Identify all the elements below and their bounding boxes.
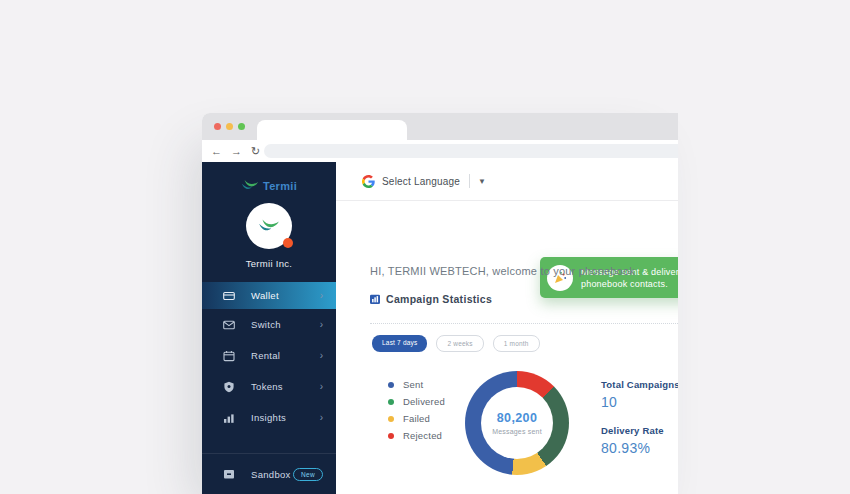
bar-chart-icon (370, 294, 380, 304)
reload-icon[interactable]: ↻ (251, 145, 260, 158)
sidebar-item-label: Insights (251, 412, 320, 423)
maximize-window-button[interactable] (238, 123, 245, 130)
envelope-icon (223, 319, 235, 331)
success-toast: Message sent & delivered to Pepsi phoneb… (540, 257, 678, 298)
sidebar-item-switch[interactable]: Switch › (202, 309, 336, 340)
panel-title: Campaign Statistics (386, 293, 492, 305)
legend-dot (388, 399, 394, 405)
donut-center: 80,200 Messages sent (481, 387, 553, 459)
legend-item: Sent (388, 376, 445, 393)
chart-legend: Sent Delivered Failed Rejected (388, 376, 445, 444)
address-bar[interactable] (264, 144, 678, 158)
sidebar: Termii Termii Inc. Wa (202, 162, 336, 494)
campaign-statistics-panel: Campaign Statistics Last 7 days 2 weeks … (370, 293, 678, 493)
google-icon (362, 175, 375, 188)
brand-name: Termii (263, 180, 297, 192)
sidebar-item-label: Tokens (251, 381, 320, 392)
traffic-lights (214, 123, 245, 130)
sidebar-menu: Wallet › Switch › (202, 282, 336, 433)
dotted-divider (370, 323, 678, 324)
legend-dot (388, 416, 394, 422)
avatar-logo-icon (258, 218, 280, 234)
sidebar-item-label: Switch (251, 319, 320, 330)
chevron-right-icon: › (320, 319, 323, 330)
select-language-dropdown[interactable]: Select Language (382, 176, 460, 187)
browser-tabstrip (202, 113, 678, 140)
notification-dot (283, 238, 293, 248)
campaign-stats: Total Campaigns Ran 10 Delivery Rate 80.… (601, 379, 678, 456)
greeting-text: HI, TERMII WEBTECH, welcome to your phon… (370, 265, 635, 277)
browser-window: ← → ↻ Termii (202, 113, 678, 494)
legend-dot (388, 382, 394, 388)
wallet-icon (223, 290, 235, 302)
sidebar-item-tokens[interactable]: Tokens › (202, 371, 336, 402)
top-navbar: Select Language ▼ (336, 162, 678, 201)
filter-1-month[interactable]: 1 month (493, 335, 540, 352)
sidebar-item-label: Wallet (251, 290, 320, 301)
close-window-button[interactable] (214, 123, 221, 130)
sidebar-item-insights[interactable]: Insights › (202, 402, 336, 433)
filter-last-7-days[interactable]: Last 7 days (372, 335, 427, 352)
messages-sent-value: 80,200 (497, 411, 538, 425)
new-badge: New (293, 468, 323, 481)
forward-icon[interactable]: → (231, 145, 242, 157)
browser-toolbar: ← → ↻ (202, 140, 678, 162)
sidebar-item-label: Rental (251, 350, 320, 361)
account-avatar[interactable] (246, 203, 292, 249)
termii-logo-icon (241, 179, 259, 192)
legend-dot (388, 433, 394, 439)
chart-icon (223, 412, 235, 424)
chevron-right-icon: › (320, 350, 323, 361)
termii-logo: Termii (241, 179, 297, 192)
filter-2-weeks[interactable]: 2 weeks (436, 335, 483, 352)
sidebar-item-wallet[interactable]: Wallet › (202, 282, 336, 309)
chevron-right-icon: › (320, 290, 323, 301)
sidebar-item-sandbox[interactable]: Sandbox New (202, 454, 336, 494)
stat-delivery-rate: Delivery Rate 80.93% (601, 425, 678, 456)
legend-item: Delivered (388, 393, 445, 410)
back-icon[interactable]: ← (211, 145, 222, 157)
stat-total-campaigns: Total Campaigns Ran 10 (601, 379, 678, 410)
chevron-right-icon: › (320, 381, 323, 392)
box-icon (223, 468, 235, 480)
sidebar-item-label: Sandbox (251, 469, 293, 480)
shield-icon (223, 381, 235, 393)
calendar-icon (223, 350, 235, 362)
dashboard-content: Message sent & delivered to Pepsi phoneb… (336, 201, 678, 494)
legend-item: Rejected (388, 427, 445, 444)
account-name: Termii Inc. (202, 258, 336, 269)
main-area: Select Language ▼ Message sent & deliver (336, 162, 678, 494)
chevron-right-icon: › (320, 412, 323, 423)
browser-tab[interactable] (257, 120, 407, 140)
messages-sent-caption: Messages sent (492, 428, 542, 435)
legend-item: Failed (388, 410, 445, 427)
date-filters: Last 7 days 2 weeks 1 month (372, 335, 540, 352)
sidebar-item-rental[interactable]: Rental › (202, 340, 336, 371)
donut-chart: 80,200 Messages sent (465, 371, 569, 475)
dropdown-caret-icon[interactable]: ▼ (478, 177, 486, 186)
minimize-window-button[interactable] (226, 123, 233, 130)
divider (469, 174, 470, 188)
